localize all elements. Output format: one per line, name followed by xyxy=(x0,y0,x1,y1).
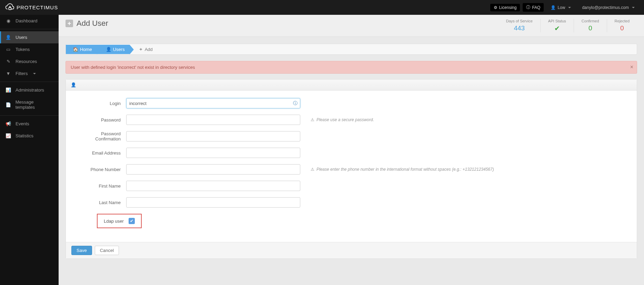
account-dropdown[interactable]: danylo@protectimus.com xyxy=(578,5,639,10)
stat-value: 443 xyxy=(506,24,533,32)
nav-message-templates[interactable]: 📄 Message templates xyxy=(0,96,59,113)
nav-users[interactable]: 👤 Users xyxy=(0,31,59,43)
user-icon: 👤 xyxy=(106,47,111,52)
panel-footer: Save Cancel xyxy=(66,242,637,258)
alert-text: User with defined login 'incorrect' not … xyxy=(71,65,195,70)
home-icon: 🏠 xyxy=(73,47,78,52)
save-button[interactable]: Save xyxy=(71,246,92,255)
security-dropdown[interactable]: 👤 Low xyxy=(546,5,575,10)
licensing-button[interactable]: ⚙ Licensing xyxy=(490,4,520,11)
nav-administrators[interactable]: 📊 Administrators xyxy=(0,84,59,96)
last-name-input[interactable] xyxy=(126,197,300,208)
licensing-label: Licensing xyxy=(499,5,517,10)
divider xyxy=(0,115,59,116)
stat-value: 0 xyxy=(582,24,599,32)
nav-tokens[interactable]: ▭ Tokens xyxy=(0,43,59,55)
security-label: Low xyxy=(557,5,565,10)
row-login: Login ⓘ xyxy=(76,98,626,108)
stat-label: Rejected xyxy=(615,19,630,23)
nav-label: Statistics xyxy=(16,133,33,138)
brand-logo[interactable]: PROTECTIMUS xyxy=(0,3,59,12)
nav-label: Resources xyxy=(16,59,37,64)
label-email: Email Address xyxy=(76,150,126,156)
user-icon: 👤 xyxy=(5,35,11,40)
topbar: PROTECTIMUS ⚙ Licensing ⓘ FAQ 👤 Low dany… xyxy=(0,0,644,15)
nav-statistics[interactable]: 📈 Statistics xyxy=(0,130,59,142)
document-icon: 📄 xyxy=(5,102,11,107)
breadcrumbs: 🏠 Home 👤 Users ＋ Add xyxy=(66,44,637,55)
label-phone: Phone Number xyxy=(76,167,126,172)
stats-icon: 📈 xyxy=(5,133,11,138)
user-icon: 👤 xyxy=(71,82,76,87)
first-name-input[interactable] xyxy=(126,181,300,191)
nav-label: Filters xyxy=(16,71,28,76)
form-panel: 👤 Login ⓘ Password ⚠ xyxy=(66,79,637,259)
cancel-button[interactable]: Cancel xyxy=(95,246,119,255)
phone-input[interactable] xyxy=(126,164,300,175)
nav-label: Users xyxy=(16,35,27,40)
info-icon: ⓘ xyxy=(526,4,530,10)
nav-label: Administrators xyxy=(16,87,44,93)
hint-text: Please enter the phone number in the int… xyxy=(316,167,494,172)
nav-resources[interactable]: ✎ Resources xyxy=(0,55,59,67)
stats-bar: Days of Service 443 API Status ✔ Confirm… xyxy=(499,19,637,32)
faq-label: FAQ xyxy=(532,5,540,10)
account-email: danylo@protectimus.com xyxy=(582,5,629,10)
nav-label: Events xyxy=(16,121,29,126)
password-confirm-input[interactable] xyxy=(126,131,300,141)
label-password-confirm: Password Confirmation xyxy=(76,131,126,141)
stat-confirmed: Confirmed 0 xyxy=(574,19,607,32)
content: + Add User Days of Service 443 API Statu… xyxy=(59,15,644,285)
edit-icon: ✎ xyxy=(5,59,11,64)
crumb-users[interactable]: 👤 Users xyxy=(97,45,130,54)
warning-icon: ⚠ xyxy=(311,117,314,122)
ldap-highlight: Ldap user ✔ xyxy=(97,214,142,228)
password-input[interactable] xyxy=(126,115,300,125)
stat-label: API Status xyxy=(548,19,566,23)
crumb-label: Home xyxy=(80,47,92,52)
plus-icon: ＋ xyxy=(139,46,143,52)
row-password-confirm: Password Confirmation xyxy=(76,131,626,141)
password-hint: ⚠ Please use a secure password. xyxy=(311,117,374,122)
nav-events[interactable]: 📢 Events xyxy=(0,118,59,130)
user-icon: 👤 xyxy=(551,5,556,10)
page-header: + Add User Days of Service 443 API Statu… xyxy=(59,15,644,37)
nav-dashboard[interactable]: ◉ Dashboard xyxy=(0,15,59,27)
dashboard-icon: ◉ xyxy=(5,18,11,23)
faq-button[interactable]: ⓘ FAQ xyxy=(523,3,544,12)
alert-close-button[interactable]: × xyxy=(630,64,633,70)
label-last-name: Last Name xyxy=(76,200,126,205)
gear-icon: ⚙ xyxy=(494,5,497,10)
stat-api: API Status ✔ xyxy=(540,19,574,32)
stat-days: Days of Service 443 xyxy=(499,19,540,32)
panel-header: 👤 xyxy=(66,80,637,91)
nav-label: Tokens xyxy=(16,47,30,52)
email-input[interactable] xyxy=(126,148,300,158)
label-ldap: Ldap user xyxy=(104,219,124,224)
row-password: Password ⚠ Please use a secure password. xyxy=(76,115,626,125)
row-first-name: First Name xyxy=(76,181,626,191)
nav-label: Dashboard xyxy=(16,18,38,23)
stat-rejected: Rejected 0 xyxy=(607,19,637,32)
sidebar: ◉ Dashboard 👤 Users ▭ Tokens ✎ Resources… xyxy=(0,15,59,285)
stat-label: Days of Service xyxy=(506,19,533,23)
chart-icon: 📊 xyxy=(5,87,11,93)
label-login: Login xyxy=(76,101,126,106)
row-email: Email Address xyxy=(76,148,626,158)
hint-text: Please use a secure password. xyxy=(316,117,374,122)
nav-filters[interactable]: ▼ Filters xyxy=(0,67,59,80)
stat-value: 0 xyxy=(615,24,630,32)
stat-label: Confirmed xyxy=(582,19,599,23)
check-icon: ✔ xyxy=(548,24,566,32)
divider xyxy=(0,82,59,82)
filter-icon: ▼ xyxy=(5,71,11,76)
caret-down-icon xyxy=(568,7,571,8)
svg-rect-0 xyxy=(9,8,11,10)
ldap-checkbox[interactable]: ✔ xyxy=(129,218,135,224)
warning-icon: ⚠ xyxy=(311,167,314,172)
label-first-name: First Name xyxy=(76,183,126,189)
info-icon[interactable]: ⓘ xyxy=(293,100,298,106)
crumb-home[interactable]: 🏠 Home xyxy=(66,45,97,54)
login-input[interactable] xyxy=(126,98,300,108)
error-alert: User with defined login 'incorrect' not … xyxy=(66,61,637,74)
